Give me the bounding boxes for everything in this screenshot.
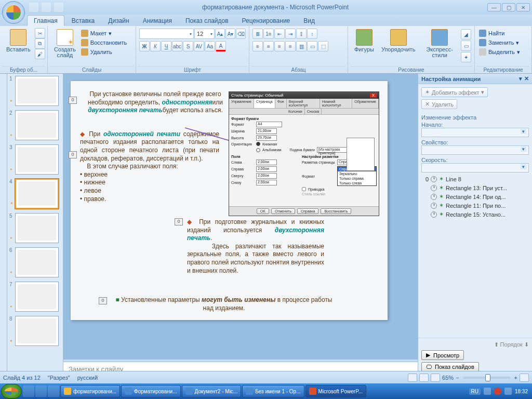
thumbnail-4[interactable]: ✶ [15, 179, 59, 209]
case-icon[interactable]: Aa [205, 41, 215, 51]
quicklaunch-ie-icon[interactable] [23, 385, 34, 397]
taskbar-item-active[interactable]: Microsoft PowerP... [305, 385, 366, 397]
bold-icon[interactable]: Ж [139, 41, 150, 51]
shape-effects-icon[interactable]: ✦ [461, 52, 471, 62]
undo-icon[interactable] [42, 3, 51, 12]
fit-window-icon[interactable] [520, 374, 529, 382]
slide-text-block-1[interactable]: При установке величины полей прежде всег… [80, 90, 231, 115]
anim-item[interactable]: ✶Rectangle 13: При уст... [421, 183, 529, 192]
strike-icon[interactable]: abc [172, 41, 182, 51]
clock[interactable]: 18:32 [515, 389, 528, 394]
columns-icon[interactable]: ▥ [296, 41, 307, 51]
speed-combo[interactable] [421, 163, 529, 172]
format-painter-icon[interactable]: 🖌 [35, 49, 45, 59]
taskbar-item[interactable]: Документ2 - Mic... [182, 385, 242, 397]
tab-design[interactable]: Дизайн [102, 16, 135, 26]
slide-text-block-2[interactable]: ◆ При односторонней печати содержимое пе… [80, 130, 219, 203]
font-size-combo[interactable]: 12 [194, 29, 215, 39]
anim-item[interactable]: ✶Rectangle 15: Устано... [421, 210, 529, 219]
delete-slide-button[interactable]: Удалить [80, 48, 128, 56]
start-button[interactable] [1, 384, 22, 398]
tab-view[interactable]: Вид [297, 16, 321, 26]
tab-slideshow[interactable]: Показ слайдов [179, 16, 235, 26]
italic-icon[interactable]: К [150, 41, 161, 51]
quick-styles-button[interactable]: Экспресс-стили [419, 28, 460, 59]
align-center-icon[interactable]: ≡ [263, 41, 274, 51]
text-direction-icon[interactable]: ↕ [307, 29, 317, 39]
clear-format-icon[interactable]: ⌫ [236, 29, 246, 39]
thumbnail-5[interactable]: ✶ [15, 213, 59, 243]
tab-home[interactable]: Главная [27, 15, 64, 26]
slideshow-view-icon[interactable] [431, 374, 440, 382]
slide-text-block-3[interactable]: ◆ При подготовке журнальных и книжных из… [187, 218, 324, 275]
language-status[interactable]: русский [77, 375, 98, 381]
anim-item[interactable]: ✶Rectangle 14: При од... [421, 192, 529, 201]
zoom-out-icon[interactable]: − [456, 375, 459, 381]
office-button[interactable] [2, 1, 25, 24]
copy-icon[interactable]: ⧉ [35, 38, 45, 49]
paste-button[interactable]: Вставить [3, 28, 34, 54]
sorter-view-icon[interactable] [419, 374, 429, 382]
spacing-icon[interactable]: AV [194, 41, 204, 51]
slideshow-button[interactable]: 🖵 Показ слайдов [421, 362, 479, 371]
animation-list[interactable]: 0✶Line 8 ✶Rectangle 13: При уст... ✶Rect… [421, 175, 529, 219]
thumbnail-2[interactable]: ✶ [15, 110, 59, 140]
font-family-combo[interactable] [139, 29, 194, 39]
zoom-slider[interactable] [463, 377, 510, 379]
tray-icon[interactable] [494, 388, 501, 395]
start-combo[interactable] [421, 128, 529, 137]
find-button[interactable]: Найти [478, 29, 506, 37]
taskbar-item[interactable]: Без имени 1 - Op... [242, 385, 304, 397]
replace-button[interactable]: Заменить ▾ [478, 38, 520, 47]
shape-fill-icon[interactable]: ◢ [461, 29, 471, 39]
reset-button[interactable]: Восстановить [80, 38, 128, 47]
indent-inc-icon[interactable]: ⇥ [285, 29, 296, 39]
shape-outline-icon[interactable]: ▭ [461, 41, 471, 51]
smartart-icon[interactable]: ⬚ [318, 41, 328, 51]
zoom-value[interactable]: 65% [442, 375, 454, 381]
property-combo[interactable] [421, 145, 529, 155]
language-indicator[interactable]: RU [469, 388, 481, 395]
layout-button[interactable]: Макет ▾ [80, 29, 128, 37]
shadow-icon[interactable]: S [183, 41, 193, 51]
bullets-icon[interactable]: ≣ [252, 29, 263, 39]
arrange-button[interactable]: Упорядочить [378, 28, 418, 54]
taskbar-item[interactable]: Форматировани... [121, 385, 180, 397]
redo-icon[interactable] [54, 3, 63, 12]
normal-view-icon[interactable] [408, 374, 417, 382]
justify-icon[interactable]: ≡ [285, 41, 296, 51]
add-effect-button[interactable]: ✶ Добавить эффект ▾ [421, 87, 488, 97]
maximize-button[interactable]: ▢ [502, 3, 515, 11]
indent-dec-icon[interactable]: ⇤ [274, 29, 285, 39]
slide-thumbnails-pane[interactable]: 1✶ 2✶ 3✶ 4✶ 5✶ 6✶ 7✶ 8✶ [7, 74, 63, 383]
minimize-button[interactable]: — [487, 3, 501, 11]
thumbnail-3[interactable]: ✶ [15, 144, 59, 175]
shrink-font-icon[interactable]: A▾ [225, 29, 235, 39]
quicklaunch-desktop-icon[interactable] [35, 385, 47, 397]
font-color-icon[interactable]: A [216, 41, 226, 51]
anim-item[interactable]: 0✶Line 8 [421, 175, 529, 183]
tab-review[interactable]: Рецензирование [236, 16, 297, 26]
grow-font-icon[interactable]: A▴ [215, 29, 225, 39]
slide-text-block-4[interactable]: ■ Установленные параметры могут быть изм… [112, 296, 336, 312]
close-button[interactable]: ✕ [516, 3, 530, 11]
underline-icon[interactable]: Ч [161, 41, 171, 51]
anim-item[interactable]: ✶Rectangle 11: При по... [421, 201, 529, 210]
tray-icon[interactable] [484, 388, 491, 395]
zoom-in-icon[interactable]: + [514, 375, 517, 381]
thumbnail-1[interactable]: ✶ [15, 76, 59, 106]
thumbnail-6[interactable]: ✶ [15, 247, 59, 277]
anim-pane-menu-icon[interactable]: ▾ [519, 75, 522, 82]
line-spacing-icon[interactable]: ‡ [296, 29, 307, 39]
outline-tab-strip[interactable] [0, 74, 7, 383]
cut-icon[interactable]: ✂ [35, 28, 45, 38]
slide-canvas-scroll[interactable]: 0 0 0 0 При установке величины полей пре… [63, 74, 418, 360]
select-button[interactable]: Выделить ▾ [478, 48, 521, 56]
save-icon[interactable] [29, 3, 38, 12]
tab-animation[interactable]: Анимация [137, 16, 178, 26]
align-text-icon[interactable]: ▭ [307, 41, 317, 51]
thumbnail-8[interactable]: ✶ [15, 316, 59, 346]
anim-pane-close-icon[interactable]: ✕ [524, 75, 529, 82]
align-left-icon[interactable]: ≡ [252, 41, 263, 51]
tab-insert[interactable]: Вставка [65, 16, 101, 26]
